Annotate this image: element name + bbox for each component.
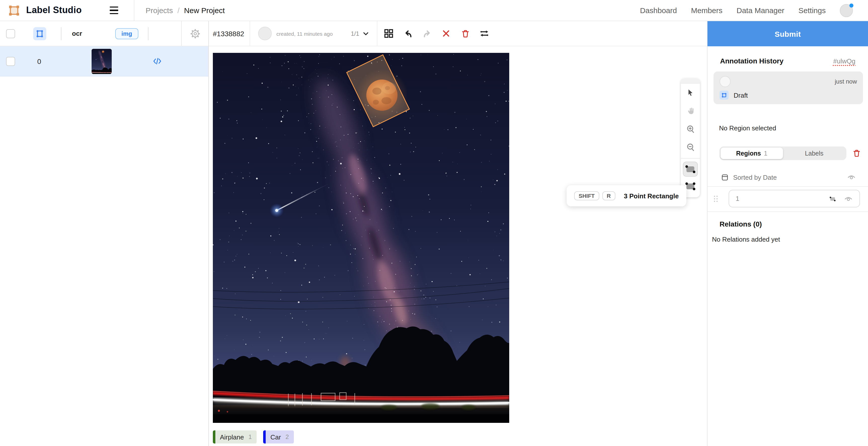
annotation-history-title: Annotation History	[720, 57, 783, 65]
nav-data-manager[interactable]: Data Manager	[736, 6, 784, 14]
relations-title: Relations (0)	[719, 220, 868, 228]
annotation-actions	[384, 28, 490, 38]
drag-handle-icon[interactable]	[714, 195, 718, 202]
submit-button[interactable]: Submit	[708, 21, 868, 46]
user-avatar[interactable]	[840, 4, 853, 17]
task-row[interactable]: 0	[0, 46, 208, 77]
chevron-down-icon	[362, 29, 370, 37]
menu-icon[interactable]	[110, 3, 125, 18]
eye-icon	[844, 194, 853, 203]
pan-tool-button[interactable]	[681, 102, 700, 120]
history-status: Draft	[734, 91, 748, 99]
region-list-item[interactable]: 1	[708, 187, 868, 210]
breadcrumb-current: New Project	[184, 6, 225, 14]
history-avatar	[719, 76, 731, 87]
label-name: Car	[271, 433, 281, 441]
sort-order-label[interactable]: Sorted by Date	[733, 173, 777, 181]
toolbar-divider	[148, 27, 148, 40]
zoom-in-button[interactable]	[681, 120, 700, 138]
annotation-pagination: 1/1	[351, 30, 359, 37]
zoom-out-button[interactable]	[681, 138, 700, 156]
history-entry[interactable]: just now Draft	[714, 71, 863, 104]
group-by-icon[interactable]	[721, 173, 728, 181]
img-type-chip[interactable]: img	[115, 28, 138, 39]
label-color-bar	[213, 430, 215, 444]
rectangle-regions-icon	[36, 29, 44, 37]
annotation-id[interactable]: #ulwQg	[833, 57, 856, 65]
annotation-workspace: #1338882 created, 11 minutes ago 1/1	[209, 21, 707, 446]
nav-members[interactable]: Members	[691, 6, 722, 14]
region-item[interactable]: 1	[728, 190, 860, 207]
breadcrumb-projects[interactable]: Projects	[146, 6, 173, 14]
canvas-toolbar	[681, 79, 700, 197]
label-color-bar	[264, 430, 266, 444]
sidebar-settings-button[interactable]	[181, 21, 208, 46]
region-rectangle-icon	[829, 195, 837, 203]
tab-labels[interactable]: Labels	[783, 148, 845, 159]
undo-button[interactable]	[403, 28, 413, 38]
image-canvas[interactable]: SHIFT R 3 Point Rectangle Airplane 1 Car…	[209, 46, 707, 446]
rectangle-tool-button[interactable]	[681, 160, 700, 178]
toolbar-divider	[377, 21, 377, 46]
label-airplane[interactable]: Airplane 1	[213, 430, 257, 444]
region-visibility-button[interactable]	[844, 194, 853, 203]
annotation-panel: Submit Annotation History #ulwQg just no…	[707, 21, 868, 446]
sidebar-toolbar: ocr img	[0, 21, 208, 46]
toolbar-divider	[61, 27, 61, 40]
grid-view-button[interactable]	[384, 28, 394, 38]
label-name: Airplane	[220, 433, 244, 441]
column-ocr-label[interactable]: ocr	[72, 30, 82, 37]
annotation-selector-button[interactable]	[362, 29, 370, 37]
tab-regions-label: Regions	[736, 150, 761, 157]
tab-labels-label: Labels	[805, 150, 824, 157]
select-all-checkbox[interactable]	[6, 29, 15, 38]
annotator-avatar	[258, 27, 272, 40]
task-index: 0	[37, 57, 42, 65]
toggle-all-visibility-button[interactable]	[847, 173, 856, 182]
header-nav: Dashboard Members Data Manager Settings	[640, 4, 853, 17]
nav-settings[interactable]: Settings	[799, 6, 826, 14]
reset-button[interactable]	[441, 28, 452, 38]
shortcut-key-shift: SHIFT	[574, 191, 599, 200]
code-icon[interactable]	[153, 57, 161, 65]
toolbar-drag-handle[interactable]	[681, 79, 700, 84]
delete-regions-button[interactable]	[852, 149, 861, 157]
nav-dashboard[interactable]: Dashboard	[640, 6, 677, 14]
tooltip-label: 3 Point Rectangle	[624, 192, 679, 200]
move-tool-button[interactable]	[681, 84, 700, 102]
tab-regions-count: 1	[764, 150, 767, 157]
label-picker: Airplane 1 Car 2	[213, 430, 294, 444]
annotated-image[interactable]	[213, 53, 509, 423]
tool-tooltip: SHIFT R 3 Point Rectangle	[566, 185, 686, 206]
history-time: just now	[835, 78, 857, 85]
outliner-tabs: Regions 1 Labels	[719, 147, 846, 160]
task-thumbnail[interactable]	[92, 49, 112, 74]
breadcrumb-separator: /	[177, 6, 179, 14]
region-tool-button[interactable]	[33, 27, 46, 40]
task-id: #1338882	[213, 29, 244, 37]
created-timestamp: created, 11 minutes ago	[277, 30, 333, 36]
toolbar-divider	[250, 21, 250, 46]
cursor-icon	[686, 88, 695, 97]
task-sidebar: ocr img	[0, 21, 209, 446]
app-title: Label Studio	[26, 5, 82, 16]
label-hotkey: 1	[248, 434, 252, 441]
notification-dot	[849, 3, 854, 7]
label-studio-app: Label Studio Projects / New Project Dash…	[0, 0, 868, 446]
trash-icon	[852, 149, 861, 157]
task-checkbox[interactable]	[6, 57, 15, 66]
label-hotkey: 2	[285, 434, 289, 441]
shortcut-key-r: R	[602, 191, 615, 200]
delete-annotation-button[interactable]	[460, 28, 470, 38]
task-toolbar: #1338882 created, 11 minutes ago 1/1	[209, 21, 707, 46]
toolbar-divider	[681, 158, 700, 158]
sidebar-empty-area	[0, 77, 208, 446]
label-studio-logo	[8, 5, 20, 16]
zoom-out-icon	[686, 142, 695, 152]
redo-button[interactable]	[422, 28, 432, 38]
tab-regions[interactable]: Regions 1	[720, 148, 783, 159]
label-car[interactable]: Car 2	[264, 430, 294, 444]
swap-view-button[interactable]	[479, 28, 490, 38]
no-region-text: No Region selected	[719, 124, 868, 132]
rectangle-tool-icon	[684, 163, 696, 175]
